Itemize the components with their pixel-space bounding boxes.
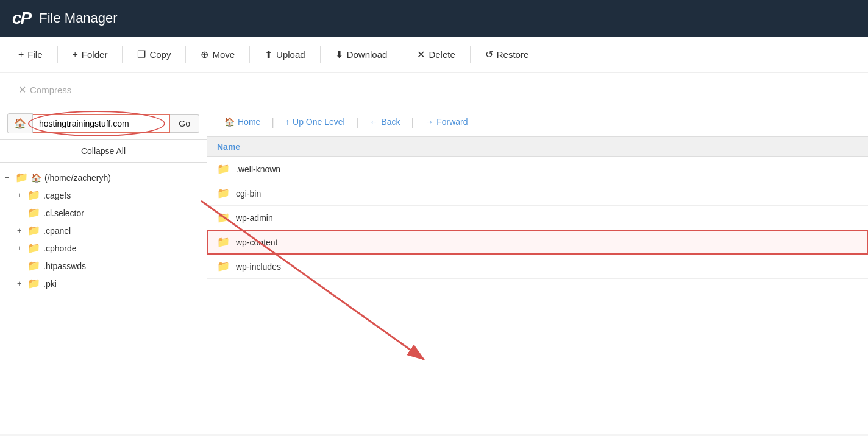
table-row-wp-content[interactable]: 📁 wp-content (207, 230, 868, 255)
forward-label: Forward (436, 117, 468, 127)
restore-icon: ↺ (485, 49, 493, 60)
expand-icon-root: − (5, 173, 12, 182)
upload-icon: ⬆ (265, 49, 272, 60)
back-button[interactable]: ← Back (362, 113, 407, 130)
home-icon-button[interactable]: 🏠 (7, 113, 33, 133)
folder-icon-clselector: 📁 (27, 206, 40, 219)
file-cell-wp-admin: 📁 wp-admin (207, 206, 868, 230)
left-panel: 🏠 Go Collapse All − 📁 🏠 (/home/zacheryh) (0, 107, 207, 434)
restore-button[interactable]: ↺ Restore (477, 44, 538, 65)
upload-button[interactable]: ⬆ Upload (256, 44, 314, 65)
delete-icon: ✕ (417, 49, 425, 60)
nav-sep1: | (270, 116, 276, 128)
move-button[interactable]: ⊕ Move (192, 44, 243, 65)
folder-icon-cphorde: 📁 (27, 242, 40, 255)
tree-label-root: (/home/zacheryh) (44, 173, 111, 183)
tree-item-pki[interactable]: + 📁 .pki (5, 275, 202, 292)
main-layout: 🏠 Go Collapse All − 📁 🏠 (/home/zacheryh) (0, 107, 868, 434)
file-table-head: Name (207, 137, 868, 157)
file-list-container: Name 📁 .well-known (207, 137, 868, 434)
copy-button[interactable]: ❐ Copy (129, 44, 179, 65)
divider5 (320, 46, 321, 63)
folder-icon-cpanel: 📁 (27, 224, 40, 237)
col-name: Name (207, 137, 868, 157)
file-tree: − 📁 🏠 (/home/zacheryh) + 📁 .cagefs 📁 .cl… (0, 163, 207, 298)
right-panel: 🏠 Home | ↑ Up One Level | ← Back | → For… (207, 107, 868, 434)
divider2 (122, 46, 123, 63)
tree-item-cagefs[interactable]: + 📁 .cagefs (5, 186, 202, 204)
back-icon: ← (369, 117, 378, 127)
compress-label: Compress (30, 85, 71, 95)
back-label: Back (381, 117, 400, 127)
nav-sep3: | (410, 116, 415, 128)
folder-icon-wp-content: 📁 (217, 236, 230, 248)
tree-item-htpasswds[interactable]: 📁 .htpasswds (5, 257, 202, 275)
up-one-level-label: Up One Level (293, 117, 345, 127)
folder-button[interactable]: + Folder (64, 44, 116, 65)
table-row-well-known[interactable]: 📁 .well-known (207, 157, 868, 181)
tree-item-root[interactable]: − 📁 🏠 (/home/zacheryh) (5, 169, 202, 186)
folder-label: Folder (82, 49, 108, 60)
plus-icon2: + (73, 49, 78, 60)
expand-icon-cagefs: + (17, 191, 24, 200)
compress-button[interactable]: ✕ Compress (10, 79, 80, 100)
expand-icon-cpanel: + (17, 226, 24, 235)
tree-item-cpanel[interactable]: + 📁 .cpanel (5, 222, 202, 239)
delete-button[interactable]: ✕ Delete (408, 44, 463, 65)
file-name-well-known: .well-known (236, 164, 280, 174)
path-input[interactable] (33, 114, 170, 133)
tree-item-clselector[interactable]: 📁 .cl.selector (5, 204, 202, 222)
up-one-level-button[interactable]: ↑ Up One Level (278, 113, 352, 130)
folder-icon-cgi-bin: 📁 (217, 187, 230, 200)
path-input-wrapper (33, 114, 170, 133)
tree-item-cphorde[interactable]: + 📁 .cphorde (5, 239, 202, 257)
home-nav-label: Home (238, 117, 260, 127)
restore-label: Restore (497, 49, 529, 60)
plus-icon: + (18, 49, 24, 60)
expand-icon-cphorde: + (17, 244, 24, 253)
divider3 (185, 46, 186, 63)
file-name-wp-admin: wp-admin (236, 213, 273, 223)
table-row-cgi-bin[interactable]: 📁 cgi-bin (207, 181, 868, 206)
copy-label: Copy (149, 49, 171, 60)
folder-icon-wp-admin: 📁 (217, 211, 230, 224)
forward-button[interactable]: → Forward (418, 113, 475, 130)
tree-label-cphorde: .cphorde (43, 244, 76, 253)
compress-icon: ✕ (18, 84, 26, 96)
download-icon: ⬇ (335, 49, 343, 60)
divider4 (249, 46, 250, 63)
collapse-all-button[interactable]: Collapse All (0, 140, 207, 163)
file-cell-wp-content: 📁 wp-content (207, 230, 868, 255)
download-button[interactable]: ⬇ Download (327, 44, 396, 65)
toolbar: + File + Folder ❐ Copy ⊕ Move ⬆ Upload (0, 37, 868, 107)
cpanel-logo: cP (12, 9, 30, 28)
toolbar-row1: + File + Folder ❐ Copy ⊕ Move ⬆ Upload (0, 37, 868, 73)
file-table: Name 📁 .well-known (207, 137, 868, 279)
tree-label-cagefs: .cagefs (43, 191, 71, 200)
upload-label: Upload (276, 49, 305, 60)
app-title: File Manager (39, 10, 117, 26)
file-cell-well-known: 📁 .well-known (207, 157, 868, 181)
folder-icon-cagefs: 📁 (27, 189, 40, 202)
tree-label-clselector: .cl.selector (43, 208, 84, 218)
tree-label-pki: .pki (43, 279, 57, 289)
path-bar: 🏠 Go (0, 107, 207, 140)
home-nav-icon: 🏠 (224, 117, 235, 127)
file-name-cgi-bin: cgi-bin (236, 189, 261, 199)
move-icon: ⊕ (201, 49, 208, 60)
table-row-wp-admin[interactable]: 📁 wp-admin (207, 206, 868, 230)
folder-icon-well-known: 📁 (217, 163, 230, 175)
home-nav-button[interactable]: 🏠 Home (217, 113, 268, 130)
folder-icon-htpasswds: 📁 (27, 259, 40, 272)
file-name-wp-content: wp-content (236, 237, 277, 247)
home-icon-root: 🏠 (31, 173, 41, 183)
table-row-wp-includes[interactable]: 📁 wp-includes (207, 255, 868, 279)
file-cell-wp-includes: 📁 wp-includes (207, 255, 868, 279)
nav-sep2: | (355, 116, 360, 128)
go-button[interactable]: Go (170, 114, 199, 133)
right-nav: 🏠 Home | ↑ Up One Level | ← Back | → For… (207, 107, 868, 137)
file-name-wp-includes: wp-includes (236, 262, 281, 272)
tree-label-htpasswds: .htpasswds (43, 261, 86, 271)
file-button[interactable]: + File (10, 44, 51, 65)
folder-icon-pki: 📁 (27, 277, 40, 290)
